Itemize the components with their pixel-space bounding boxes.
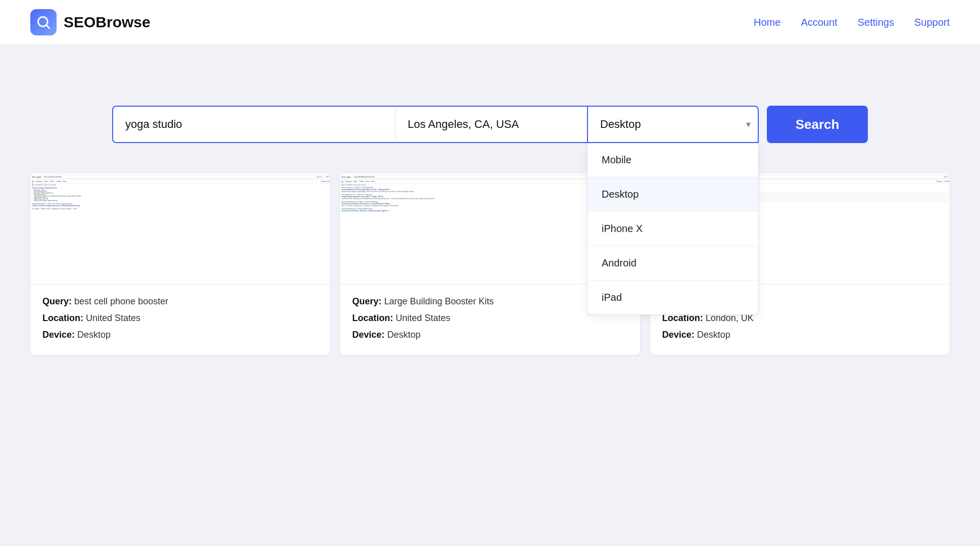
nav-home[interactable]: Home (754, 17, 780, 28)
logo-svg (36, 15, 51, 29)
main-nav: Home Account Settings Support (754, 17, 950, 28)
results-section: Google best cell phone booster ✕ 🎤 🔍 Sig… (0, 173, 980, 355)
card-device-3: Device: Desktop (662, 328, 938, 342)
nav-account[interactable]: Account (801, 17, 837, 28)
device-option-ipad[interactable]: iPad (587, 281, 758, 314)
device-input[interactable] (587, 106, 759, 143)
logo-icon (30, 9, 57, 35)
card-device-2: Device: Desktop (352, 328, 627, 342)
device-option-desktop[interactable]: Desktop (587, 177, 758, 212)
keyword-wrapper (112, 106, 395, 143)
card-query-2: Query: Large Building Booster Kits (352, 295, 627, 308)
svg-line-1 (46, 25, 49, 28)
device-wrapper: ▾ Mobile Desktop iPhone X Android iPad (587, 106, 759, 143)
search-button[interactable]: Search (767, 106, 868, 143)
logo-area: SEOBrowse (30, 9, 151, 35)
search-section: ▾ Mobile Desktop iPhone X Android iPad S… (0, 45, 980, 163)
nav-settings[interactable]: Settings (858, 17, 894, 28)
device-option-iphone[interactable]: iPhone X (587, 212, 758, 246)
card-query-1: Query: best cell phone booster (42, 295, 318, 308)
location-wrapper (395, 106, 587, 143)
keyword-input[interactable] (112, 106, 395, 143)
card-location-2: Location: United States (352, 311, 627, 325)
screenshot-1: Google best cell phone booster ✕ 🎤 🔍 Sig… (30, 173, 330, 285)
device-dropdown: Mobile Desktop iPhone X Android iPad (587, 143, 759, 315)
card-device-1: Device: Desktop (42, 328, 318, 342)
card-info-1: Query: best cell phone booster Location:… (30, 285, 330, 355)
card-location-1: Location: United States (42, 311, 318, 325)
result-card-1: Google best cell phone booster ✕ 🎤 🔍 Sig… (30, 173, 330, 355)
device-option-android[interactable]: Android (587, 246, 758, 281)
logo-text: SEOBrowse (64, 14, 151, 31)
nav-support[interactable]: Support (914, 17, 950, 28)
location-input[interactable] (395, 106, 587, 143)
header: SEOBrowse Home Account Settings Support (0, 0, 980, 45)
device-option-mobile[interactable]: Mobile (587, 143, 758, 177)
